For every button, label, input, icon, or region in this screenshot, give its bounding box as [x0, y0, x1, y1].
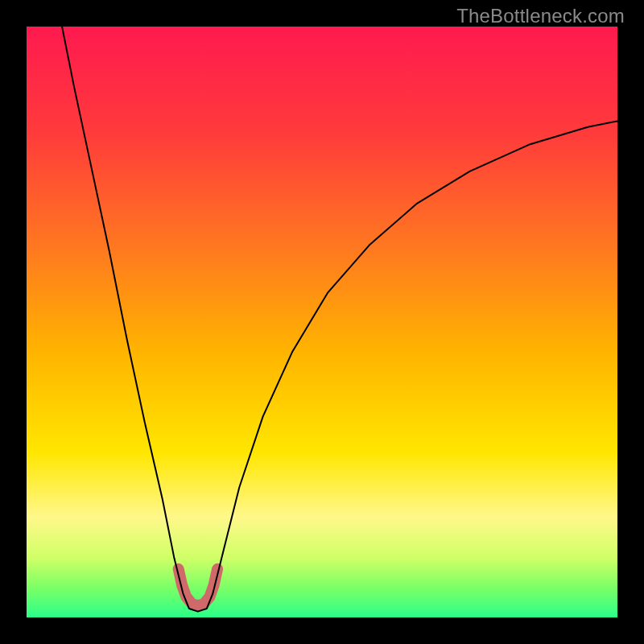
chart-background	[27, 27, 617, 617]
chart-svg	[27, 27, 617, 617]
chart-plot-area	[27, 27, 617, 617]
chart-frame: TheBottleneck.com	[0, 0, 644, 644]
watermark-text: TheBottleneck.com	[456, 5, 625, 27]
